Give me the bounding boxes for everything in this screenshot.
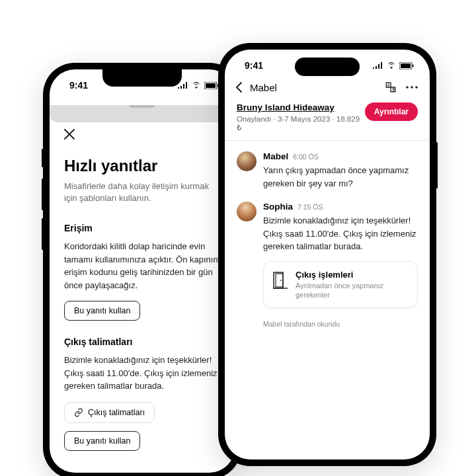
message-text: Yarın çıkış yapmadan önce yapmamız gerek… — [263, 164, 418, 190]
message-sender: Sophia — [263, 202, 293, 212]
section-heading-checkout: Çıkış talimatları — [64, 337, 220, 347]
listing-title[interactable]: Bruny Island Hideaway — [237, 102, 365, 112]
page-subtitle: Misafirlerle daha kolay iletişim kurmak … — [64, 180, 220, 204]
translate-icon: A文 — [385, 81, 397, 93]
use-reply-label-2: Bu yanıtı kullan — [74, 436, 130, 446]
message-list: Mabel 6:00 ÖS Yarın çıkış yapmadan önce … — [225, 141, 430, 338]
status-icons — [178, 82, 219, 89]
svg-point-13 — [280, 280, 282, 281]
checkout-link-label: Çıkış talimatları — [88, 408, 145, 417]
status-icons — [373, 62, 414, 69]
listing-header: Bruny Island Hideaway Onaylandı · 3-7 Ma… — [225, 100, 430, 141]
details-button[interactable]: Ayrıntılar — [365, 102, 418, 121]
link-icon — [74, 408, 83, 417]
sheet-backdrop — [50, 105, 235, 122]
svg-rect-12 — [276, 274, 283, 287]
svg-rect-4 — [401, 63, 411, 68]
status-time: 9:41 — [245, 60, 263, 71]
read-receipt: Mabel tarafından okundu — [263, 320, 418, 328]
section-body-checkout: Bizimle konakladığınız için teşekkürler!… — [64, 354, 220, 393]
message-time: 7:15 ÖS — [298, 203, 323, 211]
svg-rect-5 — [413, 64, 414, 67]
checkout-card[interactable]: Çıkış işlemleri Ayrılmadan önce yapmanız… — [263, 261, 418, 309]
translate-button[interactable]: A文 — [385, 81, 397, 93]
avatar[interactable] — [237, 202, 257, 221]
side-button — [42, 149, 44, 167]
svg-text:文: 文 — [391, 87, 395, 91]
sheet-grabber[interactable] — [130, 105, 155, 108]
svg-point-10 — [415, 86, 418, 89]
status-time: 9:41 — [69, 80, 88, 91]
message-time: 6:00 ÖS — [293, 153, 319, 161]
side-button — [436, 142, 438, 188]
svg-text:A: A — [387, 83, 390, 87]
nav-title: Mabel — [250, 82, 277, 93]
door-icon — [273, 272, 288, 289]
message-item: Mabel 6:00 ÖS Yarın çıkış yapmadan önce … — [237, 151, 418, 190]
card-title: Çıkış işlemleri — [296, 270, 408, 280]
phone-frame-right: 9:41 Mabel A文 — [218, 43, 436, 466]
close-button[interactable] — [64, 129, 75, 139]
svg-point-9 — [411, 86, 413, 89]
use-reply-button[interactable]: Bu yanıtı kullan — [64, 301, 140, 321]
more-button[interactable] — [406, 86, 418, 89]
notch — [102, 69, 182, 87]
use-reply-button-2[interactable]: Bu yanıtı kullan — [64, 431, 140, 451]
svg-point-8 — [406, 86, 409, 89]
use-reply-label: Bu yanıtı kullan — [74, 306, 130, 315]
back-button[interactable] — [235, 82, 242, 93]
listing-meta: Onaylandı · 3-7 Mayıs 2023 · 18.829 ₺ — [237, 115, 365, 132]
nav-bar: Mabel A文 — [225, 77, 430, 100]
chevron-left-icon — [235, 82, 242, 93]
phone-frame-left: 9:41 Hızlı yanıtlar Misafirlerle daha ko… — [43, 63, 241, 476]
message-text: Bizimle konakladığınız için teşekkürler!… — [263, 214, 418, 253]
details-label: Ayrıntılar — [374, 107, 409, 116]
side-button — [42, 218, 44, 250]
message-sender: Mabel — [263, 151, 288, 161]
close-icon — [64, 129, 75, 139]
side-button — [42, 178, 44, 210]
avatar[interactable] — [237, 151, 257, 171]
message-item: Sophia 7:15 ÖS Bizimle konakladığınız iç… — [237, 202, 418, 308]
more-icon — [406, 86, 418, 89]
page-title: Hızlı yanıtlar — [64, 157, 220, 175]
checkout-link-chip[interactable]: Çıkış talimatları — [64, 402, 155, 423]
svg-rect-1 — [206, 83, 216, 88]
section-heading-access: Erişim — [64, 223, 220, 233]
dynamic-island — [295, 58, 360, 76]
card-subtitle: Ayrılmadan önce yapmanız gerekenler — [296, 281, 408, 300]
section-body-access: Koridordaki kilitli dolap haricinde evin… — [64, 240, 220, 292]
